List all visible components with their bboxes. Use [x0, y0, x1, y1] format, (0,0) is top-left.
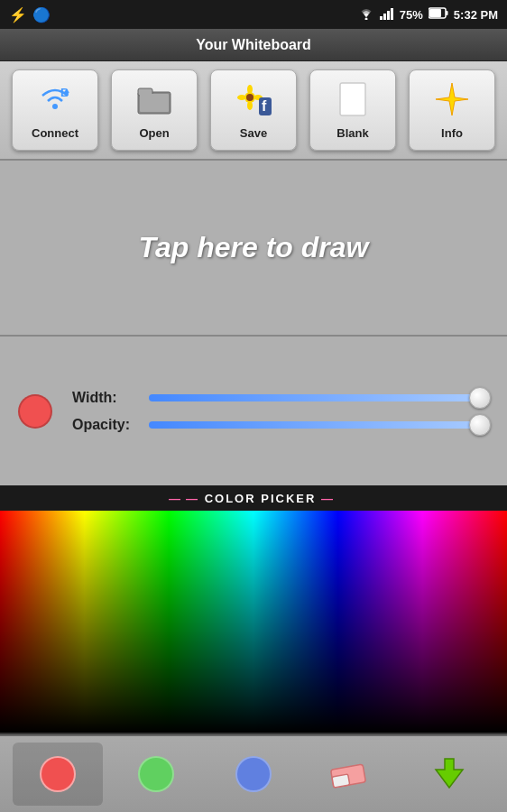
svg-point-15	[246, 94, 254, 101]
svg-marker-27	[436, 759, 463, 788]
status-bar: ⚡ 🔵 75% 5:	[0, 0, 507, 29]
connect-icon: ⬧ B	[35, 81, 75, 123]
battery-text: 75%	[400, 8, 423, 22]
green-color-dot[interactable]	[138, 756, 174, 792]
svg-rect-1	[380, 16, 383, 20]
eraser-icon	[328, 756, 373, 792]
opacity-row: Opacity:	[72, 417, 489, 433]
blank-icon	[333, 81, 373, 123]
info-icon	[432, 81, 472, 123]
controls-area: Width: Opacity:	[0, 337, 507, 485]
usb-icon: ⚡	[9, 6, 27, 23]
svg-point-8	[52, 104, 58, 109]
svg-rect-6	[429, 9, 441, 17]
svg-text:f: f	[262, 98, 267, 114]
color-picker-gradient[interactable]	[0, 511, 507, 734]
svg-point-16	[247, 85, 253, 94]
svg-rect-13	[140, 94, 169, 112]
canvas-area[interactable]: Tap here to draw	[0, 161, 507, 337]
color-picker-label: — — COLOR PICKER —	[0, 485, 507, 511]
blank-label: Blank	[336, 126, 368, 140]
save-button[interactable]: f Save	[210, 69, 297, 151]
bluetooth-icon: 🔵	[32, 6, 51, 23]
svg-rect-4	[391, 8, 393, 20]
save-icon: f	[234, 81, 273, 123]
width-row: Width:	[72, 390, 489, 406]
tab-download[interactable]	[404, 743, 494, 806]
status-right-info: 75% 5:32 PM	[358, 7, 498, 23]
title-bar: Your Whiteboard	[0, 29, 507, 61]
time-display: 5:32 PM	[454, 8, 498, 22]
svg-point-17	[247, 101, 253, 110]
opacity-slider-thumb[interactable]	[469, 414, 491, 436]
color-picker-text: — COLOR PICKER —	[186, 492, 335, 505]
tab-green[interactable]	[111, 743, 201, 806]
svg-marker-24	[436, 83, 468, 115]
connect-button[interactable]: ⬧ B Connect	[12, 69, 98, 151]
battery-icon	[429, 7, 448, 22]
opacity-slider-track[interactable]	[149, 421, 489, 429]
open-button[interactable]: Open	[111, 69, 198, 151]
info-label: Info	[441, 126, 463, 140]
wifi-icon	[358, 7, 374, 23]
save-label: Save	[240, 126, 267, 140]
tab-eraser[interactable]	[306, 743, 396, 806]
svg-point-0	[364, 17, 367, 20]
download-icon	[429, 753, 470, 795]
red-color-dot[interactable]	[40, 756, 76, 792]
color-preview[interactable]	[18, 394, 52, 429]
blank-button[interactable]: Blank	[309, 69, 396, 151]
svg-point-18	[237, 95, 246, 100]
opacity-label: Opacity:	[72, 417, 140, 433]
svg-rect-23	[342, 85, 364, 114]
bottom-tabs	[0, 734, 507, 812]
status-left-icons: ⚡ 🔵	[9, 6, 51, 23]
width-slider-track[interactable]	[149, 394, 489, 401]
open-icon	[134, 81, 174, 123]
svg-rect-3	[387, 11, 390, 20]
blue-color-dot[interactable]	[235, 756, 272, 792]
connect-label: Connect	[32, 126, 78, 140]
svg-rect-2	[383, 14, 386, 20]
app-title: Your Whiteboard	[196, 37, 311, 53]
svg-rect-26	[332, 774, 350, 788]
info-button[interactable]: Info	[409, 69, 495, 151]
toolbar: ⬧ B Connect Open	[0, 61, 507, 161]
svg-text:B: B	[60, 86, 69, 99]
svg-rect-7	[446, 11, 448, 15]
tab-red[interactable]	[13, 743, 103, 806]
canvas-placeholder: Tap here to draw	[139, 231, 369, 264]
signal-bars-icon	[380, 7, 394, 23]
open-label: Open	[139, 126, 169, 140]
tab-blue[interactable]	[208, 743, 299, 806]
width-slider-thumb[interactable]	[469, 387, 491, 409]
label-dash-left: —	[169, 492, 182, 505]
width-label: Width:	[72, 390, 140, 406]
